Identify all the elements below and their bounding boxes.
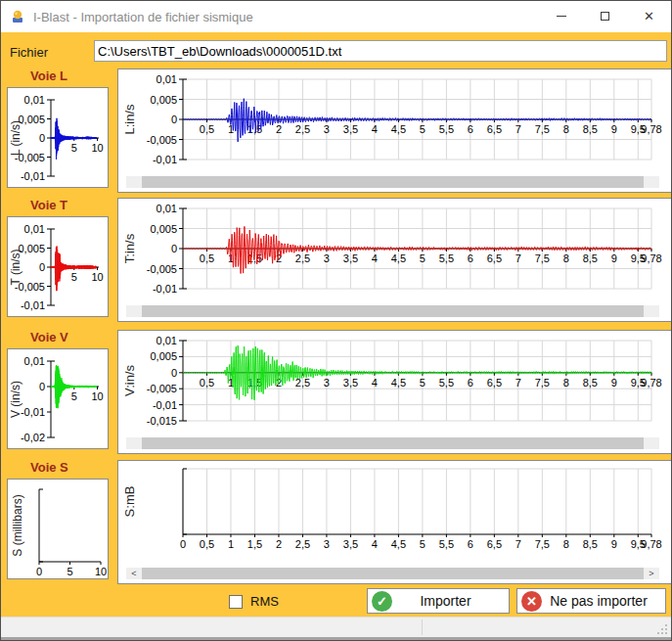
svg-text:0,01: 0,01 (24, 223, 45, 235)
scroll-left-icon[interactable] (126, 176, 142, 188)
svg-text:9,78: 9,78 (641, 252, 661, 264)
svg-text:0,005: 0,005 (150, 350, 177, 362)
svg-text:3: 3 (324, 538, 330, 550)
minimize-icon (557, 16, 566, 17)
scrollbar-thumb[interactable] (142, 176, 644, 188)
svg-text:6,5: 6,5 (487, 252, 502, 264)
svg-text:L:in/s: L:in/s (122, 104, 137, 135)
file-path-input[interactable] (94, 40, 667, 62)
channel-title: Voie S (30, 460, 68, 475)
scroll-right-icon[interactable] (644, 305, 659, 317)
chart-scrollbar[interactable] (126, 176, 659, 188)
maximize-icon (601, 12, 609, 21)
svg-text:6,5: 6,5 (487, 123, 502, 135)
svg-text:-0,01: -0,01 (153, 283, 177, 295)
scrollbar-thumb[interactable] (142, 305, 644, 317)
svg-text:5,5: 5,5 (439, 377, 454, 389)
scroll-left-icon[interactable]: < (126, 568, 142, 579)
svg-text:3,5: 3,5 (343, 538, 358, 550)
chart-scrollbar[interactable] (126, 437, 659, 449)
svg-text:10: 10 (91, 142, 103, 154)
svg-text:3,5: 3,5 (343, 252, 358, 264)
scroll-right-icon[interactable] (644, 437, 659, 449)
svg-text:5: 5 (67, 566, 72, 577)
svg-text:0: 0 (171, 243, 177, 254)
import-button[interactable]: ✓ Importer (367, 588, 510, 614)
svg-text:-0,005: -0,005 (147, 383, 177, 394)
svg-text:S (millibars): S (millibars) (11, 494, 24, 556)
svg-text:4: 4 (372, 123, 378, 135)
svg-text:4: 4 (372, 252, 378, 264)
rms-label: RMS (250, 594, 279, 609)
svg-text:L (in/s): L (in/s) (9, 120, 22, 156)
svg-text:5,5: 5,5 (439, 123, 454, 135)
no-import-button-label: Ne pas importer (542, 593, 655, 609)
svg-text:5: 5 (71, 390, 77, 402)
channel-small-chart: 0510S (millibars) (7, 479, 109, 579)
svg-text:0: 0 (171, 367, 177, 379)
client-area: Fichier Voie L 0,010,0050-0,005-0,01510L… (1, 32, 671, 617)
svg-text:6: 6 (468, 123, 473, 135)
svg-text:2: 2 (276, 123, 282, 135)
rms-checkbox[interactable] (229, 595, 243, 609)
svg-text:9: 9 (611, 123, 617, 135)
svg-text:3: 3 (324, 123, 330, 135)
svg-text:8: 8 (563, 252, 569, 264)
svg-text:-0,01: -0,01 (153, 399, 177, 411)
svg-text:5: 5 (420, 538, 426, 550)
no-import-button[interactable]: ✕ Ne pas importer (516, 588, 666, 614)
svg-text:10: 10 (95, 566, 107, 577)
svg-text:8: 8 (563, 123, 569, 135)
svg-text:0,5: 0,5 (200, 252, 214, 264)
svg-text:0,005: 0,005 (150, 223, 177, 235)
svg-text:7: 7 (515, 538, 521, 550)
scrollbar-thumb[interactable] (142, 437, 644, 449)
scroll-right-icon[interactable]: > (644, 568, 659, 579)
scroll-left-icon[interactable] (126, 305, 142, 317)
svg-text:T:in/s: T:in/s (122, 233, 137, 263)
svg-text:9,78: 9,78 (641, 377, 661, 389)
svg-text:0,5: 0,5 (200, 377, 214, 389)
scroll-right-icon[interactable] (644, 176, 659, 188)
channel-small-chart: 0,010,0050-0,005-0,01510L (in/s) (7, 87, 109, 188)
svg-text:2,5: 2,5 (295, 538, 310, 550)
small-waveform-plot: 0510S (millibars) (8, 480, 108, 578)
svg-text:7,5: 7,5 (535, 123, 550, 135)
svg-text:0: 0 (36, 566, 42, 577)
svg-text:5,5: 5,5 (439, 252, 454, 264)
svg-text:6: 6 (468, 538, 473, 550)
large-waveform-plot: 00,511,522,533,544,555,566,577,588,599,5… (118, 461, 671, 569)
svg-text:-0,01: -0,01 (21, 299, 45, 311)
chart-scrollbar[interactable]: < > (126, 568, 659, 579)
svg-text:0,01: 0,01 (157, 73, 177, 85)
svg-text:S:mB: S:mB (122, 486, 137, 518)
maximize-button[interactable] (583, 1, 627, 31)
svg-text:6,5: 6,5 (487, 538, 502, 550)
close-button[interactable]: ✕ (627, 1, 671, 31)
svg-text:7: 7 (515, 123, 521, 135)
chart-scrollbar[interactable] (126, 305, 659, 317)
svg-text:0,5: 0,5 (200, 123, 214, 135)
scrollbar-thumb[interactable] (142, 568, 644, 579)
app-window: I-Blast - Importation de fichier sismiqu… (0, 0, 672, 641)
channel-title: Voie T (30, 198, 67, 212)
svg-text:6,5: 6,5 (487, 377, 502, 389)
svg-text:7,5: 7,5 (535, 538, 550, 550)
svg-text:9,78: 9,78 (641, 123, 661, 135)
scroll-left-icon[interactable] (126, 437, 142, 449)
svg-text:8: 8 (563, 538, 569, 550)
svg-text:5: 5 (71, 271, 77, 283)
svg-text:0: 0 (39, 381, 45, 392)
svg-text:2,5: 2,5 (295, 252, 310, 264)
svg-text:0,005: 0,005 (150, 94, 177, 106)
svg-text:5: 5 (71, 142, 77, 154)
channel-small-chart: 0,010,0050-0,005-0,01510T (in/s) (7, 216, 109, 317)
svg-text:4,5: 4,5 (391, 252, 406, 264)
channel-large-chart: 00,511,522,533,544,555,566,577,588,599,5… (117, 460, 672, 584)
resize-grip-icon[interactable] (657, 624, 668, 635)
channel-large-chart: 0,010,0050-0,005-0,010,511,522,533,544,5… (117, 198, 672, 322)
svg-text:-0,005: -0,005 (147, 263, 177, 275)
svg-text:5: 5 (420, 123, 426, 135)
minimize-button[interactable] (539, 1, 583, 31)
check-icon: ✓ (372, 591, 392, 612)
